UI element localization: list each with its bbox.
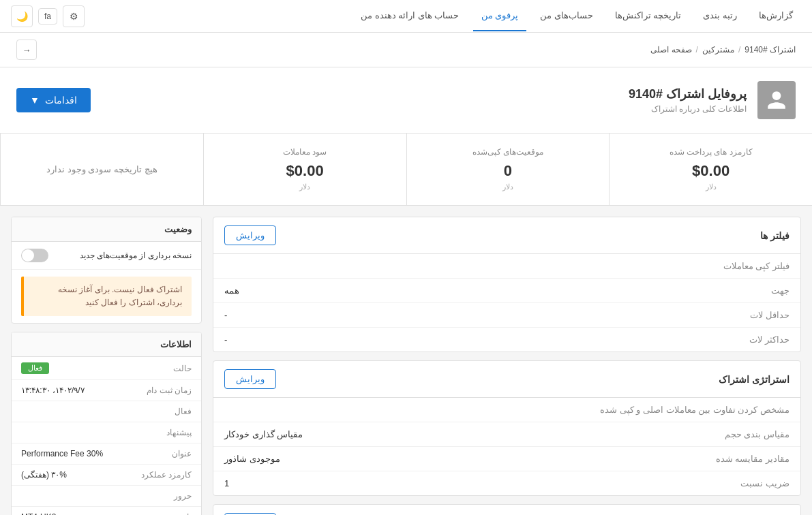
- strategy-title: استراتژی اشتراک: [719, 374, 790, 385]
- nav-accounts[interactable]: حساب‌های من: [532, 1, 601, 31]
- active-label: فعال: [175, 407, 192, 416]
- title-value: 30% Performance Fee: [21, 449, 103, 458]
- status-row: حالت فعال: [12, 357, 201, 380]
- name-label: نام: [182, 512, 192, 515]
- recommended-row: پیشنهاد: [12, 422, 201, 443]
- strategy-edit-button[interactable]: ویرایش: [224, 369, 276, 389]
- compare-amount-value: موجودی شاذور: [224, 454, 280, 464]
- max-lots-label: حداکثر لات: [749, 334, 790, 345]
- profile-left: پروفایل اشتراک #9140 اطلاعات کلی درباره …: [629, 81, 796, 119]
- breadcrumb-sep2: /: [738, 45, 740, 54]
- strategy-desc: مشخص کردن تفاوت بین معاملات اصلی و کپی ش…: [600, 405, 790, 415]
- theme-toggle[interactable]: 🌙: [11, 5, 33, 27]
- status-section: وضعیت نسخه برداری از موقعیت‌های جدید اشت…: [11, 217, 202, 324]
- compare-amount-row: مقادیر مقایسه شده موجودی شاذور: [213, 447, 800, 471]
- stats-row: کارمزد های پرداخت شده $0.00 دلار موقعیت‌…: [0, 134, 812, 206]
- title-label: عنوان: [172, 449, 192, 458]
- profit-value: $0.00: [220, 162, 390, 180]
- nav-reports[interactable]: گزارش‌ها: [751, 1, 801, 31]
- volume-sizing-row: مقیاس بندی حجم مقیاس گذاری خودکار: [213, 422, 800, 447]
- back-button[interactable]: →: [16, 40, 37, 60]
- nav-portfolio[interactable]: پرفوی من: [473, 1, 527, 31]
- name-row: نام MT4-UK3: [12, 507, 201, 515]
- main-content: فیلتر ها ویرایش فیلتر کپی معاملات جهت هم…: [0, 206, 812, 515]
- registered-label: زمان ثبت دام: [147, 386, 192, 395]
- title-row: عنوان 30% Performance Fee: [12, 443, 201, 465]
- commission-row: کارمزد عملکرد ۳۰% (هفتگی): [12, 465, 201, 486]
- actions-button[interactable]: اقدامات ▼: [16, 88, 91, 112]
- top-nav: گزارش‌ها رتبه بندی تاریخچه تراکنش‌ها حسا…: [0, 0, 812, 33]
- breadcrumb: اشتراک #9140 / مشترکین / صفحه اصلی: [650, 45, 796, 54]
- copy-toggle[interactable]: [21, 249, 48, 262]
- copied-positions-sub: دلار: [423, 183, 593, 191]
- commission-value: ۳۰% (هفتگی): [21, 470, 67, 480]
- strategy-desc-row: مشخص کردن تفاوت بین معاملات اصلی و کپی ش…: [213, 398, 800, 422]
- logo-section: ویرایش فارکس حرفه‌ای خدمات ممتایز با ما …: [213, 504, 801, 515]
- filter-copy-trades-row: فیلتر کپی معاملات: [213, 254, 800, 279]
- strategy-section: استراتژی اشتراک ویرایش مشخص کردن تفاوت ب…: [213, 360, 801, 496]
- nav-ranking[interactable]: رتبه بندی: [695, 1, 745, 31]
- right-panel: وضعیت نسخه برداری از موقعیت‌های جدید اشت…: [11, 217, 202, 515]
- profit-label: سود معاملات: [220, 147, 390, 157]
- info-section: اطلاعات حالت فعال زمان ثبت دام ۱۴۰۲/۹/۷،…: [11, 332, 202, 515]
- profile-header: پروفایل اشتراک #9140 اطلاعات کلی درباره …: [0, 67, 812, 134]
- strategy-header: استراتژی اشتراک ویرایش: [213, 361, 800, 398]
- breadcrumb-bar: اشتراک #9140 / مشترکین / صفحه اصلی →: [0, 33, 812, 67]
- max-lots-row: حداکثر لات -: [213, 328, 800, 352]
- status-label: حالت: [173, 364, 192, 373]
- nav-right: ⚙ fa 🌙: [11, 5, 85, 27]
- status-header: وضعیت: [12, 217, 201, 242]
- ratio-label: ضریب نسبت: [740, 478, 790, 488]
- chevron-down-icon: ▼: [30, 95, 40, 106]
- min-lots-label: حداقل لات: [750, 310, 790, 320]
- toggle-knob: [22, 249, 34, 262]
- profile-info: پروفایل اشتراک #9140 اطلاعات کلی درباره …: [629, 87, 747, 114]
- copied-positions-value: 0: [423, 162, 593, 180]
- filter-copy-trades-label: فیلتر کپی معاملات: [723, 261, 790, 271]
- left-panel: فیلتر ها ویرایش فیلتر کپی معاملات جهت هم…: [213, 217, 801, 515]
- ratio-value: 1: [224, 478, 229, 488]
- profile-subtitle: اطلاعات کلی درباره اشتراک: [629, 104, 747, 114]
- fees-paid-sub: دلار: [626, 183, 796, 191]
- info-title: اطلاعات: [12, 332, 201, 357]
- filters-body: فیلتر کپی معاملات جهت همه حداقل لات - حد…: [213, 254, 800, 352]
- breadcrumb-sep1: /: [696, 45, 698, 54]
- fees-paid-value: $0.00: [626, 162, 796, 180]
- fees-paid-label: کارمزد های پرداخت شده: [626, 147, 796, 157]
- stat-fees-paid: کارمزد های پرداخت شده $0.00 دلار: [609, 134, 812, 205]
- avatar: [757, 81, 796, 119]
- settings-icon[interactable]: ⚙: [63, 5, 85, 27]
- direction-label: جهت: [771, 285, 790, 296]
- filters-edit-button[interactable]: ویرایش: [224, 225, 276, 245]
- language-button[interactable]: fa: [38, 8, 57, 25]
- nav-links: گزارش‌ها رتبه بندی تاریخچه تراکنش‌ها حسا…: [352, 1, 801, 31]
- stat-profit: سود معاملات $0.00 دلار: [203, 134, 406, 205]
- profile-title: پروفایل اشتراک #9140: [629, 87, 747, 102]
- registered-value: ۱۴۰۲/۹/۷، ۱۳:۴۸:۳۰: [21, 386, 85, 395]
- profit-sub: دلار: [220, 183, 390, 191]
- breadcrumb-current[interactable]: اشتراک #9140: [745, 45, 796, 54]
- min-lots-value: -: [224, 310, 227, 320]
- volume-sizing-label: مقیاس بندی حجم: [725, 429, 790, 439]
- filters-header: فیلتر ها ویرایش: [213, 217, 800, 254]
- filters-section: فیلتر ها ویرایش فیلتر کپی معاملات جهت هم…: [213, 217, 801, 352]
- stat-empty: هیچ تاریخچه سودی وجود ندارد: [0, 134, 203, 205]
- breadcrumb-subscribers[interactable]: مشترکین: [702, 45, 734, 54]
- filters-title: فیلتر ها: [760, 230, 790, 241]
- name-value: MT4-UK3: [21, 512, 56, 515]
- warning-box: اشتراک فعال نیست. برای آغاز نسخه برداری،…: [21, 277, 192, 316]
- max-lots-value: -: [224, 334, 227, 345]
- commission-label: کارمزد عملکرد: [141, 470, 192, 480]
- compare-amount-label: مقادیر مقایسه شده: [716, 454, 790, 464]
- direction-value: همه: [224, 285, 239, 296]
- nav-history[interactable]: تاریخچه تراکنش‌ها: [607, 1, 690, 31]
- logo-header: ویرایش: [213, 505, 800, 515]
- registered-row: زمان ثبت دام ۱۴۰۲/۹/۷، ۱۳:۴۸:۳۰: [12, 380, 201, 401]
- copy-positions-row: نسخه برداری از موقعیت‌های جدید: [12, 242, 201, 270]
- stat-copied-positions: موقعیت‌های کپی‌شده 0 دلار: [406, 134, 610, 205]
- copied-positions-label: موقعیت‌های کپی‌شده: [423, 147, 593, 157]
- active-row: فعال: [12, 401, 201, 422]
- strategy-body: مشخص کردن تفاوت بین معاملات اصلی و کپی ش…: [213, 398, 800, 495]
- breadcrumb-home[interactable]: صفحه اصلی: [650, 45, 691, 54]
- nav-provider[interactable]: حساب های ارائه دهنده من: [352, 1, 467, 31]
